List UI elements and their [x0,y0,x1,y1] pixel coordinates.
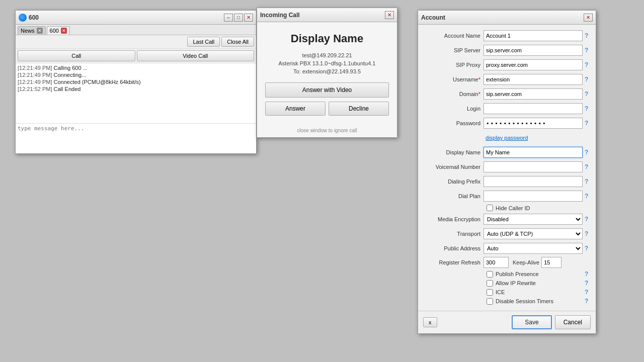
phone-titlebar: 600 – □ ✕ [16,11,256,25]
username-input[interactable] [484,74,583,85]
public-address-help[interactable]: ? [585,245,591,252]
phone-minimize-button[interactable]: – [224,14,233,22]
incoming-close-button[interactable]: ✕ [385,11,394,19]
display-password-row: display password [423,132,591,144]
domain-input[interactable] [484,88,583,100]
public-address-label: Public Address [423,245,484,251]
cancel-button[interactable]: Cancel [555,315,591,329]
phone-maximize-button[interactable]: □ [234,14,243,22]
domain-label: Domain* [423,91,484,97]
tab-600-close[interactable]: ✕ [61,28,67,34]
dialing-prefix-label: Dialing Prefix [423,178,484,185]
hide-caller-id-checkbox[interactable] [487,205,493,211]
voicemail-label: Voicemail Number [423,164,484,170]
display-password-link[interactable]: display password [486,135,528,141]
log-entry-2: [12:21:49 PM] Connected (PCMU@8kHz 64kbi… [18,78,254,85]
domain-help[interactable]: ? [585,90,591,98]
ice-label: ICE [496,289,505,295]
password-input[interactable] [484,118,583,129]
disable-session-timers-help[interactable]: ? [585,298,591,305]
voicemail-row: Voicemail Number ? [423,161,591,173]
phone-toolbar: Last Call Close All [16,35,256,49]
close-all-button[interactable]: Close All [221,37,254,47]
account-name-help[interactable]: ? [585,32,591,39]
phone-close-button[interactable]: ✕ [244,14,253,22]
log-entry-1: [12:21:49 PM] Connecting... [18,71,254,78]
dialing-prefix-help[interactable]: ? [585,178,591,185]
dialing-prefix-input[interactable] [484,176,583,187]
media-encryption-select[interactable]: Disabled SRTP ZRTP [484,214,583,225]
sip-proxy-input[interactable] [484,59,583,70]
call-button[interactable]: Call [18,50,135,61]
tab-600-label: 600 [50,28,59,34]
log-msg-0: Calling 600 ... [54,65,88,71]
last-call-button[interactable]: Last Call [187,37,220,47]
phone-tabs: News ✕ 600 ✕ [16,25,256,35]
allow-ip-rewrite-checkbox[interactable] [487,280,493,287]
display-name-help[interactable]: ? [585,149,591,156]
password-label: Password [423,120,484,126]
username-help[interactable]: ? [585,76,591,83]
account-window: Account ✕ Account Name ? SIP Server ? SI… [418,10,596,334]
username-label: Username* [423,76,484,82]
sip-server-label: SIP Server [423,47,484,53]
log-entry-0: [12:21:49 PM] Calling 600 ... [18,64,254,71]
log-time-3: [12:21:52 PM] [18,86,52,92]
video-call-button[interactable]: Video Call [137,50,255,61]
disable-session-timers-checkbox[interactable] [487,298,493,305]
answer-button[interactable]: Answer [265,102,326,116]
media-encryption-row: Media Encryption Disabled SRTP ZRTP ? [423,213,591,225]
answer-video-button[interactable]: Answer with Video [265,82,389,98]
public-address-select[interactable]: Auto Manual [484,243,583,254]
dial-plan-row: Dial Plan ? [423,190,591,202]
voicemail-help[interactable]: ? [585,163,591,170]
incoming-window-controls: ✕ [385,11,394,19]
voicemail-input[interactable] [484,161,583,172]
account-name-label: Account Name [423,33,484,39]
decline-button[interactable]: Decline [329,102,389,116]
dial-plan-input[interactable] [484,191,583,202]
publish-presence-checkbox[interactable] [487,271,493,278]
log-time-2: [12:21:49 PM] [18,79,52,85]
sip-server-help[interactable]: ? [585,47,591,54]
login-input[interactable] [484,103,583,114]
transport-select[interactable]: Auto (UDP & TCP) UDP TCP TLS [484,228,583,239]
sip-server-input[interactable] [484,45,583,56]
ice-checkbox[interactable] [487,289,493,296]
phone-icon [19,14,27,22]
account-close-button[interactable]: ✕ [584,14,593,22]
transport-row: Transport Auto (UDP & TCP) UDP TCP TLS ? [423,228,591,240]
media-encryption-help[interactable]: ? [585,216,591,223]
sip-proxy-help[interactable]: ? [585,61,591,68]
publish-presence-help[interactable]: ? [585,270,591,278]
ice-help[interactable]: ? [585,289,591,296]
allow-ip-rewrite-help[interactable]: ? [585,280,591,287]
tab-600[interactable]: 600 ✕ [47,26,70,35]
account-name-input[interactable] [484,30,583,41]
ignore-call-link[interactable]: close window to ignore call [257,126,397,137]
register-refresh-input[interactable] [484,257,509,268]
transport-label: Transport [423,231,484,237]
sip-proxy-row: SIP Proxy ? [423,59,591,71]
login-help[interactable]: ? [585,105,591,112]
dial-plan-help[interactable]: ? [585,193,591,200]
password-help[interactable]: ? [585,120,591,127]
sip-proxy-label: SIP Proxy [423,62,484,68]
hide-caller-id-row: Hide Caller ID [487,205,591,211]
message-input[interactable] [18,125,254,150]
save-button[interactable]: Save [512,315,551,329]
log-time-1: [12:21:49 PM] [18,72,52,78]
tab-news-close[interactable]: ✕ [37,28,43,34]
display-name-label: Display Name [423,149,484,155]
allow-ip-rewrite-label: Allow IP Rewrite [496,280,536,286]
media-encryption-label: Media Encryption [423,216,484,222]
x-button[interactable]: x [423,317,437,327]
incoming-titlebar: Incoming Call ✕ [257,8,397,22]
transport-help[interactable]: ? [585,230,591,237]
keep-alive-input[interactable] [541,257,561,268]
tab-news[interactable]: News ✕ [18,26,46,35]
incoming-body: Display Name test@149.209.22.21 Asterisk… [257,22,397,126]
display-name-input[interactable] [484,147,583,158]
log-entry-3: [12:21:52 PM] Call Ended [18,85,254,93]
incoming-to: To: extension@22.149.93.5 [265,68,389,74]
